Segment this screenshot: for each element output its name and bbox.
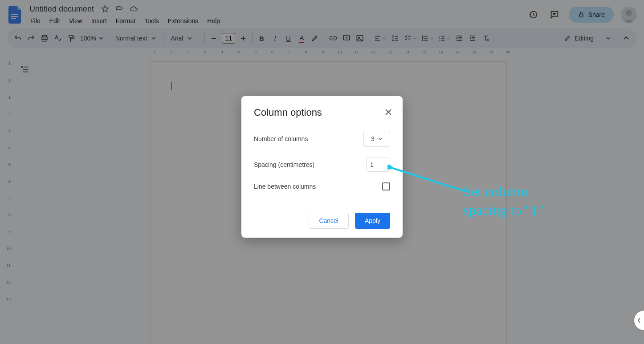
close-icon[interactable] (383, 107, 394, 117)
columns-select[interactable]: 3 (363, 131, 390, 147)
apply-button[interactable]: Apply (355, 213, 390, 229)
spacing-value: 1 (370, 161, 374, 168)
columns-value: 3 (371, 135, 375, 142)
line-between-label: Line between columns (254, 183, 316, 190)
dialog-title: Column options (254, 107, 390, 118)
columns-label: Number of columns (254, 135, 308, 142)
spacing-input[interactable]: 1 (366, 158, 390, 172)
spacing-label: Spacing (centimetres) (254, 161, 314, 168)
line-between-checkbox[interactable] (382, 182, 390, 190)
app-root: Untitled document File Edit View (0, 0, 644, 344)
cancel-button[interactable]: Cancel (309, 213, 349, 229)
column-options-dialog: Column options Number of columns 3 Spaci… (241, 96, 403, 238)
